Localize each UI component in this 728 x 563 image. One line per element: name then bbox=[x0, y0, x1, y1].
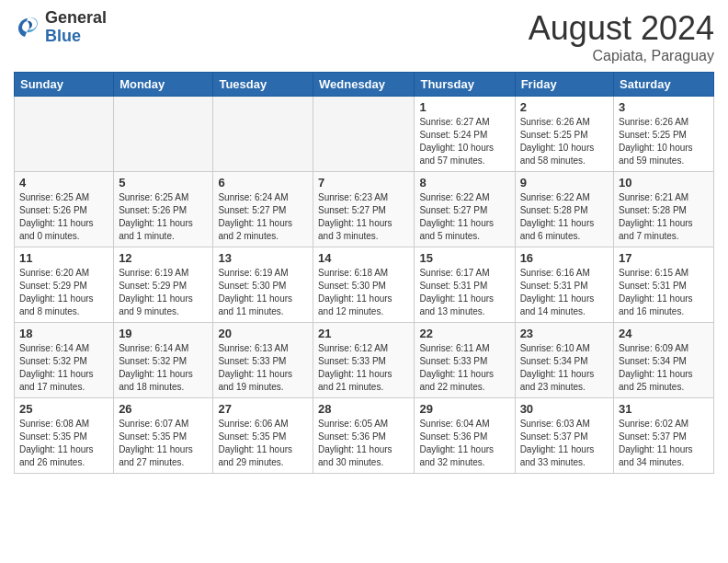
sunrise-text: Sunrise: 6:11 AM bbox=[419, 342, 509, 355]
sunset-text: Sunset: 5:35 PM bbox=[119, 431, 208, 443]
logo-blue: Blue bbox=[45, 28, 107, 46]
day-number: 15 bbox=[419, 251, 509, 265]
sunset-text: Sunset: 5:37 PM bbox=[619, 431, 709, 443]
day-info: Sunrise: 6:03 AMSunset: 5:37 PMDaylight:… bbox=[520, 418, 609, 469]
sunset-text: Sunset: 5:33 PM bbox=[218, 355, 308, 368]
sunrise-text: Sunrise: 6:20 AM bbox=[19, 267, 108, 280]
sunset-text: Sunset: 5:28 PM bbox=[619, 204, 709, 217]
calendar-cell: 4Sunrise: 6:25 AMSunset: 5:26 PMDaylight… bbox=[15, 172, 114, 247]
header-friday: Friday bbox=[515, 73, 613, 97]
calendar-cell: 22Sunrise: 6:11 AMSunset: 5:33 PMDayligh… bbox=[415, 323, 515, 398]
daylight-text: Daylight: 11 hours bbox=[318, 368, 409, 381]
sunset-text: Sunset: 5:32 PM bbox=[119, 355, 208, 368]
day-number: 17 bbox=[619, 251, 709, 265]
sunrise-text: Sunrise: 6:08 AM bbox=[19, 418, 108, 431]
day-number: 12 bbox=[119, 251, 208, 265]
day-info: Sunrise: 6:10 AMSunset: 5:34 PMDaylight:… bbox=[520, 342, 609, 394]
day-info: Sunrise: 6:06 AMSunset: 5:35 PMDaylight:… bbox=[218, 418, 308, 469]
daylight-text: and 33 minutes. bbox=[520, 456, 609, 469]
daylight-text: and 59 minutes. bbox=[619, 155, 709, 167]
daylight-text: Daylight: 11 hours bbox=[318, 443, 409, 456]
sunrise-text: Sunrise: 6:15 AM bbox=[619, 267, 709, 280]
daylight-text: and 2 minutes. bbox=[218, 230, 308, 243]
daylight-text: Daylight: 11 hours bbox=[19, 293, 108, 305]
sunrise-text: Sunrise: 6:19 AM bbox=[119, 267, 208, 280]
header: General Blue August 2024 Capiata, Paragu… bbox=[14, 9, 714, 64]
sunset-text: Sunset: 5:28 PM bbox=[520, 204, 609, 217]
sunset-text: Sunset: 5:30 PM bbox=[318, 280, 409, 293]
sunset-text: Sunset: 5:26 PM bbox=[119, 204, 208, 217]
daylight-text: Daylight: 11 hours bbox=[520, 368, 609, 381]
day-number: 6 bbox=[218, 176, 308, 190]
daylight-text: Daylight: 11 hours bbox=[19, 368, 108, 381]
day-info: Sunrise: 6:23 AMSunset: 5:27 PMDaylight:… bbox=[318, 191, 409, 243]
calendar-cell: 10Sunrise: 6:21 AMSunset: 5:28 PMDayligh… bbox=[614, 172, 714, 247]
daylight-text: and 32 minutes. bbox=[419, 456, 509, 469]
day-info: Sunrise: 6:17 AMSunset: 5:31 PMDaylight:… bbox=[419, 267, 509, 318]
daylight-text: and 34 minutes. bbox=[619, 456, 709, 469]
calendar-cell: 20Sunrise: 6:13 AMSunset: 5:33 PMDayligh… bbox=[213, 323, 313, 398]
daylight-text: and 27 minutes. bbox=[119, 456, 208, 469]
day-number: 27 bbox=[218, 402, 308, 416]
day-info: Sunrise: 6:16 AMSunset: 5:31 PMDaylight:… bbox=[520, 267, 609, 318]
calendar-cell: 9Sunrise: 6:22 AMSunset: 5:28 PMDaylight… bbox=[515, 172, 613, 247]
daylight-text: and 7 minutes. bbox=[619, 230, 709, 243]
daylight-text: Daylight: 11 hours bbox=[119, 443, 208, 456]
day-info: Sunrise: 6:09 AMSunset: 5:34 PMDaylight:… bbox=[619, 342, 709, 394]
daylight-text: and 26 minutes. bbox=[19, 456, 108, 469]
day-info: Sunrise: 6:19 AMSunset: 5:30 PMDaylight:… bbox=[218, 267, 308, 318]
day-info: Sunrise: 6:25 AMSunset: 5:26 PMDaylight:… bbox=[19, 191, 108, 243]
daylight-text: and 22 minutes. bbox=[419, 381, 509, 394]
sunset-text: Sunset: 5:29 PM bbox=[119, 280, 208, 293]
calendar-cell: 23Sunrise: 6:10 AMSunset: 5:34 PMDayligh… bbox=[515, 323, 613, 398]
calendar-cell: 14Sunrise: 6:18 AMSunset: 5:30 PMDayligh… bbox=[313, 247, 415, 323]
sunset-text: Sunset: 5:33 PM bbox=[318, 355, 409, 368]
day-info: Sunrise: 6:13 AMSunset: 5:33 PMDaylight:… bbox=[218, 342, 308, 394]
calendar-cell: 21Sunrise: 6:12 AMSunset: 5:33 PMDayligh… bbox=[313, 323, 415, 398]
sunset-text: Sunset: 5:30 PM bbox=[218, 280, 308, 293]
day-info: Sunrise: 6:22 AMSunset: 5:27 PMDaylight:… bbox=[419, 191, 509, 243]
sunrise-text: Sunrise: 6:13 AM bbox=[218, 342, 308, 355]
sunrise-text: Sunrise: 6:26 AM bbox=[520, 116, 609, 129]
day-number: 4 bbox=[19, 176, 108, 190]
sunrise-text: Sunrise: 6:06 AM bbox=[218, 418, 308, 431]
day-number: 11 bbox=[19, 251, 108, 265]
daylight-text: Daylight: 11 hours bbox=[520, 293, 609, 305]
daylight-text: and 30 minutes. bbox=[318, 456, 409, 469]
day-number: 20 bbox=[218, 327, 308, 340]
day-number: 2 bbox=[520, 100, 609, 114]
sunrise-text: Sunrise: 6:12 AM bbox=[318, 342, 409, 355]
sunset-text: Sunset: 5:35 PM bbox=[19, 431, 108, 443]
day-info: Sunrise: 6:26 AMSunset: 5:25 PMDaylight:… bbox=[619, 116, 709, 167]
day-number: 25 bbox=[19, 402, 108, 416]
day-number: 16 bbox=[520, 251, 609, 265]
sunset-text: Sunset: 5:31 PM bbox=[419, 280, 509, 293]
sunrise-text: Sunrise: 6:21 AM bbox=[619, 191, 709, 204]
sunset-text: Sunset: 5:24 PM bbox=[419, 129, 509, 142]
sunrise-text: Sunrise: 6:14 AM bbox=[19, 342, 108, 355]
logo-general: General bbox=[45, 9, 107, 28]
sunset-text: Sunset: 5:31 PM bbox=[619, 280, 709, 293]
daylight-text: Daylight: 10 hours bbox=[619, 142, 709, 155]
sunset-text: Sunset: 5:36 PM bbox=[318, 431, 409, 443]
sunrise-text: Sunrise: 6:19 AM bbox=[218, 267, 308, 280]
day-number: 7 bbox=[318, 176, 409, 190]
daylight-text: and 29 minutes. bbox=[218, 456, 308, 469]
sunrise-text: Sunrise: 6:24 AM bbox=[218, 191, 308, 204]
sunrise-text: Sunrise: 6:05 AM bbox=[318, 418, 409, 431]
sunrise-text: Sunrise: 6:10 AM bbox=[520, 342, 609, 355]
sunrise-text: Sunrise: 6:23 AM bbox=[318, 191, 409, 204]
sunrise-text: Sunrise: 6:17 AM bbox=[419, 267, 509, 280]
sunset-text: Sunset: 5:37 PM bbox=[520, 431, 609, 443]
daylight-text: and 11 minutes. bbox=[218, 305, 308, 318]
sunset-text: Sunset: 5:31 PM bbox=[520, 280, 609, 293]
calendar-cell: 6Sunrise: 6:24 AMSunset: 5:27 PMDaylight… bbox=[213, 172, 313, 247]
daylight-text: Daylight: 11 hours bbox=[419, 293, 509, 305]
title-area: August 2024 Capiata, Paraguay bbox=[529, 9, 714, 64]
sunrise-text: Sunrise: 6:07 AM bbox=[119, 418, 208, 431]
day-info: Sunrise: 6:08 AMSunset: 5:35 PMDaylight:… bbox=[19, 418, 108, 469]
calendar-cell: 30Sunrise: 6:03 AMSunset: 5:37 PMDayligh… bbox=[515, 398, 613, 474]
calendar-cell: 31Sunrise: 6:02 AMSunset: 5:37 PMDayligh… bbox=[614, 398, 714, 474]
calendar-cell: 15Sunrise: 6:17 AMSunset: 5:31 PMDayligh… bbox=[415, 247, 515, 323]
daylight-text: Daylight: 10 hours bbox=[419, 142, 509, 155]
